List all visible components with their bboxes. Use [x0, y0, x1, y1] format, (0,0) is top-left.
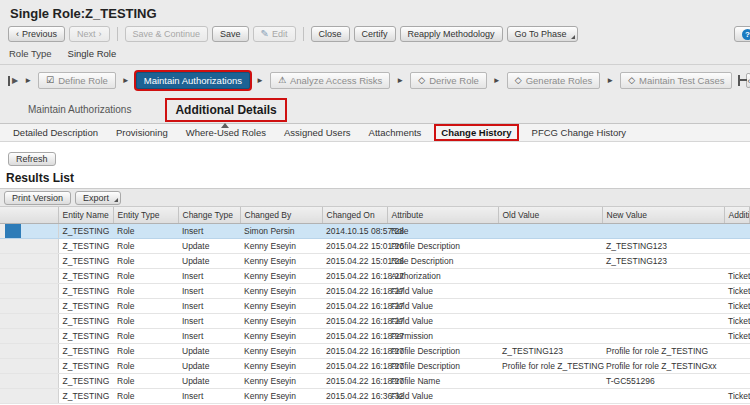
tab-additional-details[interactable]: Additional Details	[165, 98, 286, 122]
tab-maintain-authorizations[interactable]: Maintain Authorizations	[28, 104, 131, 115]
close-button[interactable]: Close	[311, 26, 350, 42]
row-select-cell[interactable]	[0, 343, 58, 358]
roadmap-step-generate-roles[interactable]: ◇ Generate Roles	[507, 72, 600, 89]
table-row[interactable]: Z_TESTING Role Insert Simon Persin 2014.…	[0, 223, 750, 238]
cell-change-type: Insert	[178, 328, 240, 343]
subtab-assigned-users[interactable]: Assigned Users	[275, 127, 360, 138]
previous-button[interactable]: ‹ Previous	[8, 26, 65, 42]
cell-additional-information: Ticket: ZT ; Permission = S_TC	[724, 388, 750, 403]
toolbar-separator	[303, 27, 304, 41]
table-row[interactable]: Z_TESTING Role Update Kenny Eseyin 2015.…	[0, 253, 750, 268]
subtab-provisioning[interactable]: Provisioning	[107, 127, 177, 138]
cell-new-value	[602, 268, 724, 283]
row-select-cell[interactable]	[0, 328, 58, 343]
row-select-cell[interactable]	[0, 313, 58, 328]
table-row[interactable]: Z_TESTING Role Insert Kenny Eseyin 2015.…	[0, 313, 750, 328]
column-header[interactable]: Changed On	[322, 207, 387, 223]
table-row[interactable]: Z_TESTING Role Update Kenny Eseyin 2015.…	[0, 343, 750, 358]
row-select-cell[interactable]	[0, 283, 58, 298]
print-version-button[interactable]: Print Version	[4, 191, 71, 205]
go-to-phase-button[interactable]: Go To Phase	[507, 26, 579, 42]
help-button[interactable]: ?	[734, 26, 750, 42]
cell-new-value	[602, 313, 724, 328]
table-row[interactable]: Z_TESTING Role Update Kenny Eseyin 2015.…	[0, 238, 750, 253]
cell-changed-on: 2015.04.22 16:18:27	[322, 313, 387, 328]
reapply-methodology-button[interactable]: Reapply Methodology	[400, 26, 503, 42]
column-header[interactable]: Attribute	[387, 207, 498, 223]
table-row[interactable]: Z_TESTING Role Insert Kenny Eseyin 2015.…	[0, 268, 750, 283]
roadmap-step-analyze-access-risks[interactable]: ⚠ Analyze Access Risks	[270, 72, 390, 89]
row-select-cell[interactable]	[0, 238, 58, 253]
cell-additional-information: Ticket: Z_TESTING ; Permission	[724, 268, 750, 283]
cell-old-value	[498, 223, 602, 238]
cell-old-value	[498, 388, 602, 403]
cell-attribute: Field Value	[387, 298, 498, 313]
subtab-detailed-description[interactable]: Detailed Description	[4, 127, 107, 138]
row-select-cell[interactable]	[0, 388, 58, 403]
cell-change-type: Update	[178, 238, 240, 253]
warning-icon: ⚠	[278, 76, 286, 85]
step-arrow-icon: ►	[493, 76, 501, 85]
row-select-cell[interactable]	[0, 253, 58, 268]
certify-button[interactable]: Certify	[354, 26, 396, 42]
save-continue-button[interactable]: Save & Continue	[125, 26, 209, 42]
row-select-cell[interactable]	[0, 298, 58, 313]
row-select-cell[interactable]	[0, 268, 58, 283]
cell-entity-name: Z_TESTING	[58, 223, 113, 238]
subtab-where-used-roles[interactable]: Where-Used Roles	[177, 127, 275, 138]
table-row[interactable]: Z_TESTING Role Update Kenny Eseyin 2015.…	[0, 358, 750, 373]
cell-additional-information	[724, 373, 750, 388]
cell-entity-type: Role	[113, 223, 178, 238]
column-header[interactable]: Additional Information	[724, 207, 750, 223]
column-header[interactable]: Entity Type	[113, 207, 178, 223]
refresh-button[interactable]: Refresh	[8, 152, 56, 166]
roadmap-step-maintain-authorizations[interactable]: Maintain Authorizations	[136, 72, 250, 89]
subtab-attachments[interactable]: Attachments	[360, 127, 431, 138]
subtab-pfcg-change-history[interactable]: PFCG Change History	[523, 127, 636, 138]
save-button[interactable]: Save	[212, 26, 249, 42]
cell-changed-on: 2015.04.22 16:18:27	[322, 358, 387, 373]
column-header[interactable]: Changed By	[240, 207, 322, 223]
roadmap-start-icon: ▶	[8, 76, 18, 86]
column-header[interactable]: Change Type	[178, 207, 240, 223]
cell-entity-type: Role	[113, 373, 178, 388]
cell-entity-name: Z_TESTING	[58, 358, 113, 373]
next-button[interactable]: Next ›	[69, 26, 110, 42]
cell-entity-name: Z_TESTING	[58, 253, 113, 268]
edit-button[interactable]: ✎ Edit	[253, 26, 296, 42]
row-select-cell[interactable]	[0, 358, 58, 373]
cell-attribute: Role Description	[387, 253, 498, 268]
table-row[interactable]: Z_TESTING Role Update Kenny Eseyin 2015.…	[0, 373, 750, 388]
cell-attribute: Field Value	[387, 388, 498, 403]
cell-old-value	[498, 313, 602, 328]
diamond-icon: ◇	[418, 76, 425, 85]
subtab-change-history[interactable]: Change History	[434, 124, 518, 141]
row-select-cell[interactable]	[0, 223, 58, 238]
cell-attribute: Profile Description	[387, 358, 498, 373]
checkbox-checked-icon: ☑	[46, 76, 54, 85]
column-header[interactable]: New Value	[602, 207, 724, 223]
cell-additional-information: Ticket: Z_TESTING ; Permission	[724, 328, 750, 343]
cell-change-type: Update	[178, 373, 240, 388]
export-button[interactable]: Export	[75, 191, 121, 205]
cell-entity-type: Role	[113, 268, 178, 283]
step-arrow-icon: ►	[24, 76, 32, 85]
role-type-label: Role Type	[9, 48, 52, 59]
table-row[interactable]: Z_TESTING Role Insert Kenny Eseyin 2015.…	[0, 298, 750, 313]
column-header[interactable]: Old Value	[498, 207, 602, 223]
cell-change-type: Update	[178, 358, 240, 373]
row-select-cell[interactable]	[0, 373, 58, 388]
table-row[interactable]: Z_TESTING Role Insert Kenny Eseyin 2015.…	[0, 388, 750, 403]
header: Single Role:Z_TESTING ‹ Previous Next › …	[0, 0, 750, 65]
roadmap-step-derive-role[interactable]: ◇ Derive Role	[410, 72, 487, 89]
cell-additional-information	[724, 238, 750, 253]
roadmap-step-define-role[interactable]: ☑ Define Role	[38, 72, 116, 89]
table-row[interactable]: Z_TESTING Role Insert Kenny Eseyin 2015.…	[0, 283, 750, 298]
cell-additional-information: Ticket: Z_TESTING ; Permission	[724, 298, 750, 313]
results-table: Entity Name Entity Type Change Type Chan…	[0, 207, 750, 404]
table-row[interactable]: Z_TESTING Role Insert Kenny Eseyin 2015.…	[0, 328, 750, 343]
column-header[interactable]	[0, 207, 58, 223]
column-header[interactable]: Entity Name	[58, 207, 113, 223]
roadmap-step-maintain-test-cases[interactable]: ◇ Maintain Test Cases	[620, 72, 732, 89]
cell-entity-type: Role	[113, 238, 178, 253]
